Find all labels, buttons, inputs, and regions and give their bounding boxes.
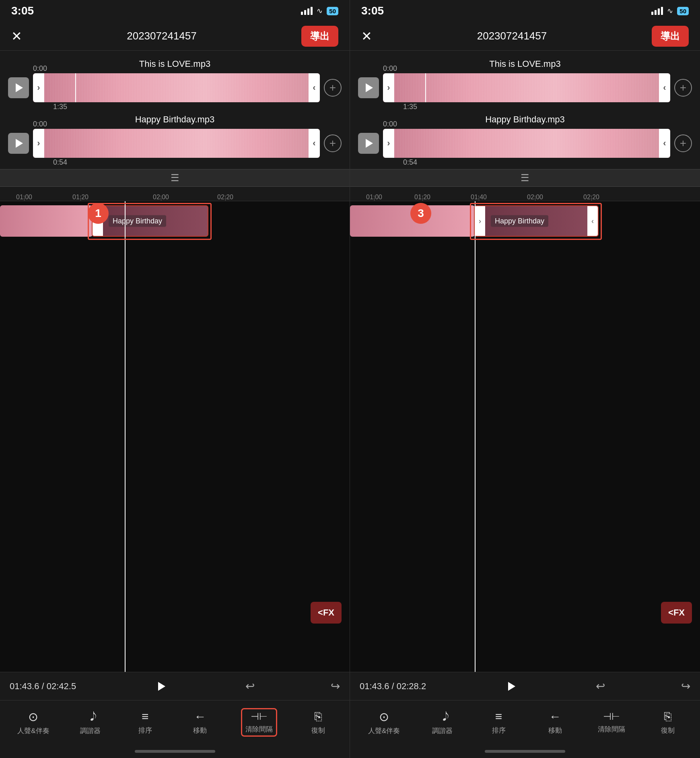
home-bar-left [135, 750, 215, 753]
move-label-left: 移動 [193, 726, 207, 735]
handle-left-2-right[interactable]: › [383, 129, 394, 158]
fx-btn-left[interactable]: <FX [311, 602, 342, 624]
toolbar-move-left[interactable]: ← 移動 [186, 710, 214, 735]
tl-track-1-left[interactable] [0, 205, 93, 237]
toolbar-copy-right[interactable]: ⎘ 復制 [654, 710, 682, 735]
wifi-icon: ∿ [317, 6, 323, 15]
undo-btn-left[interactable]: ↩ [245, 680, 255, 693]
chevron-right-icon-r1: › [387, 83, 390, 93]
play-btn-track2-left[interactable] [8, 133, 29, 154]
home-indicator-right [350, 744, 700, 758]
tl-chevron-left-icon-r: ‹ [591, 217, 594, 225]
waveform-bg-1-left: › ‹ [33, 73, 320, 102]
ruler-tick-left-0 [24, 196, 25, 201]
clear-icon: ⊣⊢ [251, 711, 268, 722]
toolbar-vocal-right[interactable]: ⊙ 人聲&伴奏 [368, 710, 400, 735]
right-panel: 3:05 ∿ 50 ✕ 202307241457 導出 This is LOVE… [350, 0, 700, 758]
copy-icon-right: ⎘ [664, 710, 671, 723]
export-button-left[interactable]: 導出 [301, 26, 338, 47]
toolbar-sort-right[interactable]: ≡ 排序 [485, 710, 513, 735]
toolbar-clear-left[interactable]: ⊣⊢ 清除間隔 [241, 708, 277, 737]
chevron-right-icon-2: › [37, 138, 40, 149]
time-end-2-right: 0:54 [403, 158, 417, 167]
nav-title-left: 202307241457 [127, 30, 197, 42]
play-btn-track1-left[interactable] [8, 77, 29, 98]
track-block-2-right: Happy Birthday.mp3 0:00 › ‹ 0:54 [358, 114, 692, 158]
handle-left-1-left[interactable]: › [33, 73, 44, 102]
undo-btn-right[interactable]: ↩ [596, 680, 605, 693]
toolbar-copy-left[interactable]: ⎘ 復制 [304, 710, 332, 735]
sort-icon-right: ≡ [495, 710, 502, 723]
fx-btn-right[interactable]: <FX [661, 602, 692, 624]
transport-play-left[interactable] [152, 677, 170, 695]
tl-handle-left-right[interactable]: › [475, 206, 485, 236]
timeline-tracks-left: › Happy Birthday 1 <FX [0, 201, 350, 672]
add-btn-2-left[interactable]: + [324, 134, 342, 152]
timeline-area-right: 01:00 01:20 01:40 02:00 02:20 › Happy Bi… [350, 187, 700, 672]
add-btn-2-right[interactable]: + [674, 134, 692, 152]
chevron-left-icon-r1: ‹ [663, 83, 666, 93]
chevron-left-icon: ‹ [313, 83, 315, 93]
close-button-right[interactable]: ✕ [361, 29, 372, 44]
toolbar-tuner-right[interactable]: 𝅘𝅥𝅮 調諧器 [428, 710, 457, 735]
waveform-2-left: 0:00 › ‹ 0:54 [33, 129, 320, 158]
battery-badge-left: 50 [327, 7, 338, 15]
transport-time-left: 01:43.6 / 02:42.5 [10, 681, 76, 692]
signal-icon [301, 7, 313, 15]
time-end-2-left: 0:54 [53, 158, 67, 167]
copy-icon: ⎘ [315, 710, 322, 723]
tl-chevron-right-icon-r: › [479, 217, 481, 225]
ruler-tick-right-2 [479, 196, 479, 201]
copy-label-right: 復制 [661, 726, 675, 735]
ruler-tick-left-1 [80, 196, 81, 201]
sort-icon: ≡ [142, 710, 149, 723]
toolbar-sort-left[interactable]: ≡ 排序 [131, 710, 159, 735]
chevron-right-icon-r2: › [387, 138, 390, 149]
redo-btn-left[interactable]: ↪ [331, 680, 340, 693]
ruler-tick-right-1 [422, 196, 423, 201]
toolbar-move-right[interactable]: ← 移動 [541, 710, 569, 735]
track-title-2-right: Happy Birthday.mp3 [358, 114, 692, 125]
wifi-icon-right: ∿ [667, 6, 673, 15]
tl-clip-1-left[interactable]: › Happy Birthday [92, 205, 208, 237]
time-start-2-right: 0:00 [383, 120, 397, 128]
playhead-vertical-right [475, 201, 476, 672]
handle-right-2-right[interactable]: ‹ [659, 129, 670, 158]
timeline-ruler-right: 01:00 01:20 01:40 02:00 02:20 [350, 187, 700, 201]
waveform-1-left: 0:00 › ‹ 1:35 [33, 73, 320, 102]
handle-right-2-left[interactable]: ‹ [309, 129, 320, 158]
play-btn-track1-right[interactable] [358, 77, 379, 98]
close-button-left[interactable]: ✕ [11, 29, 22, 44]
handle-left-2-left[interactable]: › [33, 129, 44, 158]
vocal-icon: ⊙ [28, 710, 38, 724]
copy-label-left: 復制 [311, 726, 325, 735]
timeline-ruler-left: 01:00 01:20 02:00 02:20 [0, 187, 350, 201]
add-btn-1-left[interactable]: + [324, 79, 342, 97]
handle-left-1-right[interactable]: › [383, 73, 394, 102]
time-end-1-right: 1:35 [403, 103, 417, 111]
signal-icon-right [651, 7, 663, 15]
toolbar-vocal-left[interactable]: ⊙ 人聲&伴奏 [17, 710, 49, 735]
waveform-bg-2-right: › ‹ [383, 129, 670, 158]
toolbar-right: ⊙ 人聲&伴奏 𝅘𝅥𝅮 調諧器 ≡ 排序 ← 移動 ⊣⊢ 清除間隔 ⎘ 復制 [350, 700, 700, 744]
home-bar-right [485, 750, 565, 753]
add-btn-1-right[interactable]: + [674, 79, 692, 97]
handle-right-1-right[interactable]: ‹ [659, 73, 670, 102]
handle-right-1-left[interactable]: ‹ [309, 73, 320, 102]
tl-handle-right-right[interactable]: ‹ [587, 206, 598, 236]
toolbar-clear-right[interactable]: ⊣⊢ 清除間隔 [597, 711, 626, 734]
clear-icon-right: ⊣⊢ [603, 711, 620, 722]
waveform-noise-2-right [383, 129, 670, 158]
redo-btn-right[interactable]: ↪ [681, 680, 690, 693]
hamburger-icon-right: ☰ [521, 172, 529, 184]
tl-clip-1-right[interactable]: › Happy Birthday ‹ [474, 205, 599, 237]
play-btn-track2-right[interactable] [358, 133, 379, 154]
track-block-1-right: This is LOVE.mp3 0:00 › ‹ 1 [358, 59, 692, 102]
export-button-right[interactable]: 導出 [652, 26, 689, 47]
status-bar-left: 3:05 ∿ 50 [0, 0, 350, 22]
divider-left: ☰ [0, 169, 350, 187]
status-bar-right: 3:05 ∿ 50 [350, 0, 700, 22]
transport-play-right[interactable] [502, 677, 520, 695]
tracks-area-right: This is LOVE.mp3 0:00 › ‹ 1 [350, 51, 700, 169]
toolbar-tuner-left[interactable]: 𝅘𝅥𝅮 調諧器 [76, 710, 104, 735]
